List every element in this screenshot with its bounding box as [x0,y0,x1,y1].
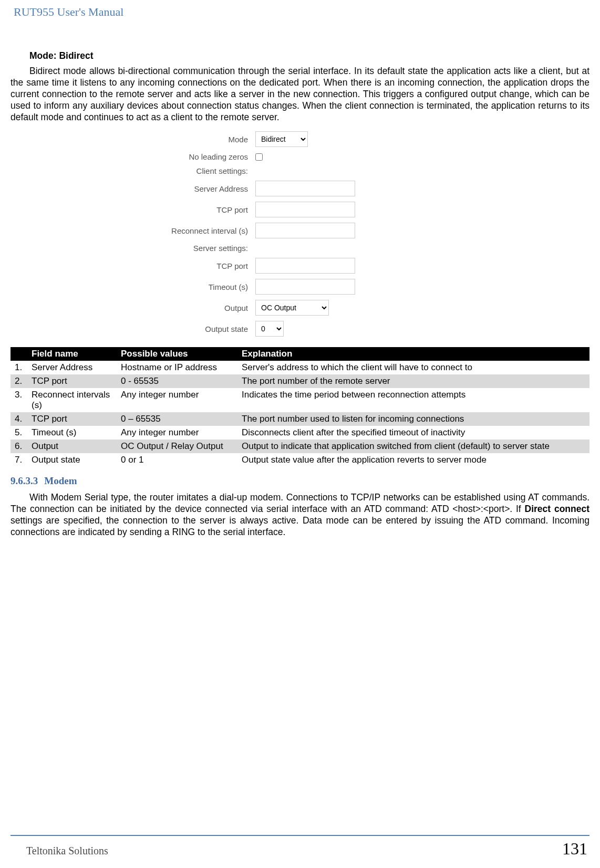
cell-values: Any integer number [117,426,237,440]
cell-values: Hostname or IP address [117,361,237,374]
timeout-label: Timeout (s) [153,283,255,291]
table-row: 3. Reconnect intervals (s) Any integer n… [11,388,589,412]
cell-num: 2. [11,374,27,388]
fields-table: Field name Possible values Explanation 1… [11,347,589,467]
footer-company: Teltonika Solutions [26,845,108,857]
cell-values: 0 – 65535 [117,412,237,426]
table-row: 6. Output OC Output / Relay Output Outpu… [11,440,589,453]
mode-label: Mode [153,135,255,144]
cell-explanation: The port number used to listen for incom… [237,412,589,426]
table-row: 5. Timeout (s) Any integer number Discon… [11,426,589,440]
modem-para-before: With Modem Serial type, the router imita… [11,492,589,514]
doc-header-title: RUT955 User's Manual [14,5,589,19]
table-row: 1. Server Address Hostname or IP address… [11,361,589,374]
output-select[interactable]: OC Output [255,300,329,316]
cell-field: Reconnect intervals (s) [27,388,117,412]
cell-explanation: Disconnects client after the specified t… [237,426,589,440]
tcp-port-server-label: TCP port [153,262,255,270]
output-state-label: Output state [153,325,255,333]
mode-select[interactable]: Bidirect [255,131,308,147]
reconnect-interval-label: Reconnect interval (s) [153,226,255,235]
th-field: Field name [27,347,117,361]
reconnect-interval-input[interactable] [255,223,355,238]
cell-explanation: Output to indicate that application swit… [237,440,589,453]
client-settings-heading: Client settings: [153,166,255,175]
cell-field: Server Address [27,361,117,374]
output-label: Output [153,304,255,312]
cell-field: TCP port [27,412,117,426]
cell-field: TCP port [27,374,117,388]
server-address-input[interactable] [255,181,355,196]
server-settings-heading: Server settings: [153,244,255,253]
server-address-label: Server Address [153,184,255,193]
cell-values: Any integer number [117,388,237,412]
cell-values: 0 - 65535 [117,374,237,388]
th-num [11,347,27,361]
cell-explanation: Indicates the time period between reconn… [237,388,589,412]
subheading-number: 9.6.3.3 [11,475,38,486]
tcp-port-client-label: TCP port [153,205,255,214]
table-row: 4. TCP port 0 – 65535 The port number us… [11,412,589,426]
cell-field: Output state [27,453,117,467]
cell-num: 4. [11,412,27,426]
cell-num: 3. [11,388,27,412]
cell-num: 7. [11,453,27,467]
cell-values: OC Output / Relay Output [117,440,237,453]
tcp-port-client-input[interactable] [255,202,355,217]
modem-para-after: settings are specified, the connection t… [11,515,589,537]
modem-para-bold: Direct connect [525,504,589,514]
cell-explanation: Server's address to which the client wil… [237,361,589,374]
no-leading-zeros-checkbox[interactable] [255,153,263,161]
page-footer: Teltonika Solutions 131 [11,835,589,859]
th-values: Possible values [117,347,237,361]
cell-field: Output [27,440,117,453]
cell-explanation: The port number of the remote server [237,374,589,388]
settings-form: Mode Bidirect No leading zeros Client se… [153,131,447,337]
subheading-title: Modem [44,475,77,486]
mode-paragraph: Bidirect mode allows bi-directional comm… [11,66,589,123]
modem-paragraph: With Modem Serial type, the router imita… [11,492,589,538]
cell-num: 5. [11,426,27,440]
timeout-input[interactable] [255,279,355,295]
cell-field: Timeout (s) [27,426,117,440]
cell-num: 1. [11,361,27,374]
cell-explanation: Output state value after the application… [237,453,589,467]
no-leading-zeros-label: No leading zeros [153,152,255,161]
cell-values: 0 or 1 [117,453,237,467]
table-row: 7. Output state 0 or 1 Output state valu… [11,453,589,467]
table-row: 2. TCP port 0 - 65535 The port number of… [11,374,589,388]
footer-page-number: 131 [562,839,587,859]
modem-subheading: 9.6.3.3Modem [11,475,589,487]
th-explanation: Explanation [237,347,589,361]
cell-num: 6. [11,440,27,453]
mode-heading: Mode: Bidirect [29,50,589,61]
tcp-port-server-input[interactable] [255,258,355,274]
output-state-select[interactable]: 0 [255,321,284,337]
